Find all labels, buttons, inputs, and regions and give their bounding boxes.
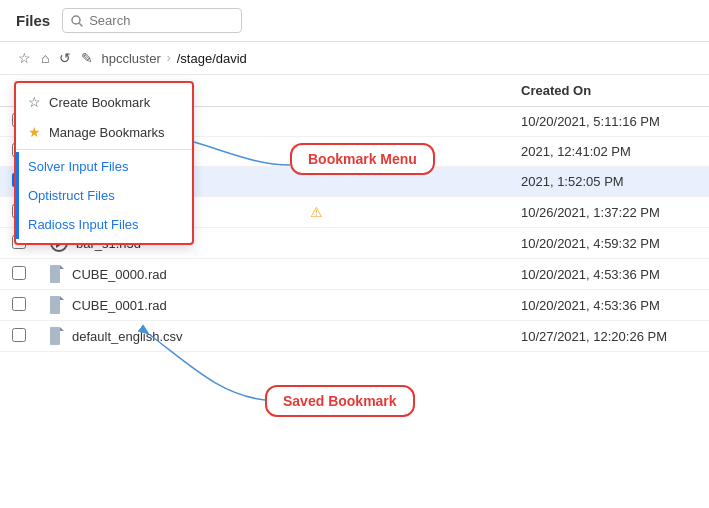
breadcrumb-cluster: hpccluster: [101, 51, 160, 66]
radioss-label: Radioss Input Files: [28, 217, 139, 232]
svg-line-1: [80, 23, 83, 26]
row-name-cell: default_english.csv: [38, 321, 298, 352]
row-checkbox[interactable]: [12, 297, 26, 311]
create-bookmark-item[interactable]: ☆ Create Bookmark: [16, 87, 192, 117]
search-icon: [71, 15, 83, 27]
home-icon[interactable]: ⌂: [39, 48, 51, 68]
row-created-cell: 2021, 12:41:02 PM: [509, 137, 709, 167]
row-status-cell: ⚠: [298, 197, 509, 228]
row-check-cell: [0, 290, 38, 321]
solver-input-item[interactable]: Solver Input Files: [16, 152, 192, 181]
row-created-cell: 2021, 1:52:05 PM: [509, 167, 709, 197]
solver-input-label: Solver Input Files: [28, 159, 128, 174]
row-name-cell: CUBE_0001.rad: [38, 290, 298, 321]
th-created: Created On: [509, 75, 709, 107]
refresh-icon[interactable]: ↺: [57, 48, 73, 68]
svg-rect-8: [50, 327, 60, 345]
row-status-cell: [298, 321, 509, 352]
bookmark-icon[interactable]: ☆: [16, 48, 33, 68]
row-name-cell: CUBE_0000.rad: [38, 259, 298, 290]
row-status-cell: [298, 290, 509, 321]
file-doc-icon: [50, 296, 64, 314]
svg-marker-9: [60, 327, 64, 331]
app-title: Files: [16, 12, 50, 29]
warning-icon: ⚠: [310, 204, 323, 220]
main-content: Name Created On 0_20_16_53_54 10/: [0, 75, 709, 352]
row-check-cell: [0, 259, 38, 290]
row-created-cell: 10/20/2021, 4:53:36 PM: [509, 290, 709, 321]
file-name: CUBE_0000.rad: [72, 267, 167, 282]
breadcrumb-path: /stage/david: [177, 51, 247, 66]
row-checkbox[interactable]: [12, 266, 26, 280]
row-status-cell: [298, 228, 509, 259]
edit-icon[interactable]: ✎: [79, 48, 95, 68]
breadcrumb-bar: ☆ ⌂ ↺ ✎ hpccluster › /stage/david: [0, 42, 709, 75]
search-input[interactable]: [89, 13, 233, 28]
row-created-cell: 10/20/2021, 5:11:16 PM: [509, 107, 709, 137]
saved-bookmark-label: Saved Bookmark: [265, 385, 415, 417]
file-doc-icon: [50, 265, 64, 283]
manage-bookmarks-label: Manage Bookmarks: [49, 125, 165, 140]
header: Files: [0, 0, 709, 42]
row-created-cell: 10/20/2021, 4:59:32 PM: [509, 228, 709, 259]
search-box[interactable]: [62, 8, 242, 33]
svg-rect-4: [50, 265, 60, 283]
svg-marker-7: [60, 296, 64, 300]
file-name: CUBE_0001.rad: [72, 298, 167, 313]
file-name: default_english.csv: [72, 329, 183, 344]
table-row: CUBE_0000.rad 10/20/2021, 4:53:36 PM: [0, 259, 709, 290]
optistruct-label: Optistruct Files: [28, 188, 115, 203]
row-created-cell: 10/26/2021, 1:37:22 PM: [509, 197, 709, 228]
row-created-cell: 10/27/2021, 12:20:26 PM: [509, 321, 709, 352]
bookmark-menu-callout: Bookmark Menu: [290, 143, 435, 175]
row-created-cell: 10/20/2021, 4:53:36 PM: [509, 259, 709, 290]
row-check-cell: [0, 321, 38, 352]
table-row: default_english.csv 10/27/2021, 12:20:26…: [0, 321, 709, 352]
optistruct-item[interactable]: Optistruct Files: [16, 181, 192, 210]
star-filled-icon: ★: [28, 124, 41, 140]
dropdown-divider: [16, 149, 192, 150]
bookmark-menu-label: Bookmark Menu: [290, 143, 435, 175]
bookmark-dropdown: ☆ Create Bookmark ★ Manage Bookmarks Sol…: [14, 81, 194, 245]
th-status: [298, 75, 509, 107]
radioss-item[interactable]: Radioss Input Files: [16, 210, 192, 239]
row-checkbox[interactable]: [12, 328, 26, 342]
svg-point-0: [72, 16, 80, 24]
manage-bookmarks-item[interactable]: ★ Manage Bookmarks: [16, 117, 192, 147]
saved-bookmark-callout: Saved Bookmark: [265, 385, 415, 417]
svg-marker-5: [60, 265, 64, 269]
breadcrumb-sep: ›: [167, 51, 171, 65]
row-status-cell: [298, 259, 509, 290]
create-bookmark-label: Create Bookmark: [49, 95, 150, 110]
table-row: CUBE_0001.rad 10/20/2021, 4:53:36 PM: [0, 290, 709, 321]
svg-rect-6: [50, 296, 60, 314]
row-status-cell: [298, 107, 509, 137]
star-outline-icon: ☆: [28, 94, 41, 110]
file-doc-icon: [50, 327, 64, 345]
